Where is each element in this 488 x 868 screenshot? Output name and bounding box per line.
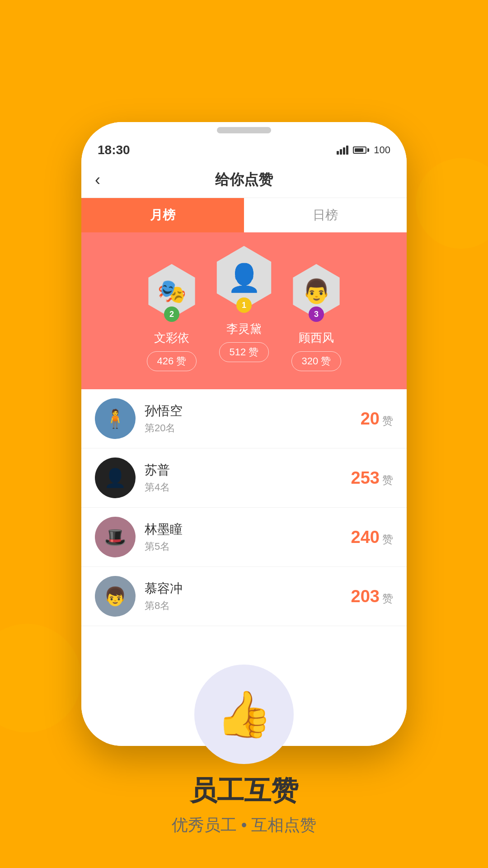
- rank1-avatar: 👤 1: [212, 246, 276, 309]
- list-score-label-1: 赞: [382, 473, 393, 487]
- status-icons: 100: [337, 144, 390, 156]
- podium-rank2[interactable]: 🎭 2 文彩依 426 赞: [145, 264, 199, 371]
- phone-top: [81, 122, 407, 138]
- list-name-2: 林墨瞳: [145, 521, 342, 538]
- list-rank-0: 第20名: [145, 421, 352, 435]
- list-item[interactable]: 👤 苏普 第4名 253 赞: [81, 448, 407, 508]
- rank2-badge: 2: [164, 307, 179, 322]
- list-score-label-3: 赞: [382, 591, 393, 606]
- list-avatar-2: 🎩: [95, 517, 136, 557]
- rank3-score: 320 赞: [291, 351, 342, 371]
- tab-daily[interactable]: 日榜: [244, 198, 407, 232]
- list-score-label-0: 赞: [382, 414, 393, 428]
- podium-rank3[interactable]: 👨 3 顾西风 320 赞: [289, 264, 343, 371]
- nav-bar: ‹ 给你点赞: [81, 162, 407, 198]
- list-score-num-3: 203: [351, 587, 380, 606]
- back-button[interactable]: ‹: [95, 170, 100, 189]
- rank1-name: 李灵黛: [226, 321, 262, 337]
- battery-level: 100: [374, 144, 390, 156]
- rank2-score: 426 赞: [147, 351, 197, 371]
- podium-area: 🎭 2 文彩依 426 赞 👤 1 李灵黛: [81, 232, 407, 389]
- list-score-0: 20 赞: [361, 409, 393, 429]
- list-rank-3: 第8名: [145, 599, 342, 613]
- list-score-3: 203 赞: [351, 587, 393, 606]
- tabs-container: 月榜 日榜: [81, 198, 407, 232]
- phone-notch: [217, 127, 271, 133]
- list-avatar-3: 👦: [95, 576, 136, 617]
- list-score-label-2: 赞: [382, 532, 393, 547]
- thumbs-circle: 👍: [194, 665, 294, 764]
- battery-icon: [353, 146, 369, 154]
- list-info-2: 林墨瞳 第5名: [145, 521, 342, 553]
- bottom-subtitle: 优秀员工 • 互相点赞: [172, 814, 317, 836]
- list-item[interactable]: 🎩 林墨瞳 第5名 240 赞: [81, 508, 407, 567]
- list-score-2: 240 赞: [351, 528, 393, 547]
- list-score-1: 253 赞: [351, 468, 393, 488]
- list-info-1: 苏普 第4名: [145, 462, 342, 494]
- list-score-num-1: 253: [351, 468, 380, 488]
- bottom-title: 员工互赞: [190, 773, 298, 809]
- list-item[interactable]: 🧍 孙悟空 第20名 20 赞: [81, 389, 407, 448]
- list-name-1: 苏普: [145, 462, 342, 479]
- rank3-badge: 3: [309, 307, 324, 322]
- list-score-num-0: 20: [361, 409, 380, 429]
- rank2-avatar: 🎭 2: [145, 264, 199, 318]
- tab-monthly[interactable]: 月榜: [81, 198, 244, 232]
- list-rank-1: 第4名: [145, 481, 342, 494]
- list-info-0: 孙悟空 第20名: [145, 402, 352, 435]
- list-rank-2: 第5名: [145, 540, 342, 553]
- signal-icon: [337, 146, 348, 155]
- list-item[interactable]: 👦 慕容冲 第8名 203 赞: [81, 567, 407, 626]
- list-name-3: 慕容冲: [145, 580, 342, 597]
- status-time: 18:30: [98, 143, 130, 157]
- page-title: 给你点赞: [215, 170, 273, 190]
- podium-rank1[interactable]: 👤 1 李灵黛 512 赞: [212, 246, 276, 362]
- rank2-name: 文彩依: [154, 330, 189, 346]
- bg-decoration-left: [0, 624, 81, 732]
- bg-decoration-right: [416, 158, 488, 249]
- list-name-0: 孙悟空: [145, 402, 352, 420]
- list-info-3: 慕容冲 第8名: [145, 580, 342, 613]
- thumbs-up-icon: 👍: [216, 688, 272, 741]
- rank1-score: 512 赞: [219, 342, 269, 362]
- rank1-badge: 1: [236, 297, 252, 313]
- rank3-name: 顾西风: [299, 330, 334, 346]
- rank3-avatar: 👨 3: [289, 264, 343, 318]
- status-bar: 18:30 100: [81, 138, 407, 162]
- list-score-num-2: 240: [351, 528, 380, 547]
- list-avatar-0: 🧍: [95, 398, 136, 439]
- list-avatar-1: 👤: [95, 458, 136, 498]
- phone-shell: 18:30 100 ‹ 给你点赞 月榜: [81, 122, 407, 746]
